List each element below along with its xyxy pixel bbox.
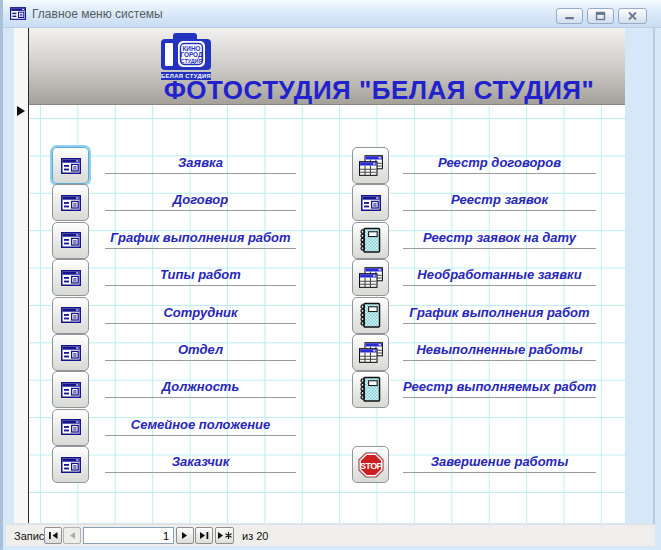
button-zavershenie-raboty[interactable] [352,446,389,483]
label-zavershenie-raboty: Завершение работы [403,453,596,473]
first-record-button[interactable] [44,527,62,544]
record-navigation-bar: Запись: из 20 [6,524,655,546]
label-semeynoe-polozhenie: Семейное положение [105,416,296,436]
button-nevypolnennye-raboty[interactable] [352,334,389,371]
restore-button[interactable] [587,8,614,24]
label-reestr-dogovorov: Реестр договоров [403,154,596,174]
window-right-edge [653,28,655,546]
window-titlebar: Главное меню системы [0,0,661,28]
form-icon [61,419,81,435]
minimize-button[interactable] [556,8,583,24]
last-record-button[interactable] [195,527,213,544]
form-icon [61,232,81,248]
window-left-edge [0,0,3,550]
window-title: Главное меню системы [32,7,163,21]
studio-logo: КИНО ГОРОД СТУДИЯ БЕЛАЯ СТУДИЯ [155,32,217,80]
label-nevypolnennye-raboty: Невыполненные работы [403,341,596,361]
button-otdel[interactable] [52,334,89,371]
button-neobrabotannye-zayavki[interactable] [352,259,389,296]
form-icon [61,345,81,361]
close-button[interactable] [618,8,647,24]
button-tipy-rabot[interactable] [52,259,89,296]
label-tipy-rabot: Типы работ [105,266,296,286]
form-icon [61,270,81,286]
new-record-button[interactable] [215,527,234,544]
form-icon [61,158,81,174]
record-count: из 20 [242,530,268,542]
datasheet-icon [359,155,383,176]
previous-record-icon [67,531,77,540]
label-neobrabotannye-zayavki: Необработанные заявки [403,266,596,286]
label-reestr-zayavok-na-datu: Реестр заявок на дату [403,229,596,249]
button-semeynoe-polozhenie[interactable] [52,409,89,446]
button-reestr-vypolnyaemyh-rabot[interactable] [352,371,389,408]
report-icon [359,227,382,254]
current-record-input[interactable] [83,527,174,544]
label-dogovor: Договор [105,191,296,211]
form-canvas: Заявка Договор График выполнения работ Т… [29,105,625,523]
datasheet-icon [359,342,383,363]
first-record-icon [48,531,59,540]
button-zakazchik[interactable] [52,446,89,483]
logo-line3: СТУДИЯ [181,58,203,64]
form-icon [61,457,81,473]
button-reestr-zayavok-na-datu[interactable] [352,222,389,259]
page-title: ФОТОСТУДИЯ "БЕЛАЯ СТУДИЯ" [137,75,621,106]
label-otdel: Отдел [105,341,296,361]
last-record-icon [199,531,210,540]
button-sotrudnik[interactable] [52,297,89,334]
record-selector-bar [14,28,29,523]
form-icon [61,195,81,211]
label-zakazchik: Заказчик [105,453,296,473]
next-record-button[interactable] [176,527,194,544]
form-icon [61,307,81,323]
form-header: КИНО ГОРОД СТУДИЯ БЕЛАЯ СТУДИЯ ФОТОСТУДИ… [29,28,625,105]
form-icon [361,195,381,211]
new-record-icon [217,531,232,540]
report-icon [359,302,382,329]
previous-record-button[interactable] [63,527,81,544]
button-grafik-vypolneniya-rabot[interactable] [52,222,89,259]
label-dolzhnost: Должность [105,378,296,398]
minimize-icon [564,12,575,21]
next-record-icon [180,531,190,540]
button-zayavka[interactable] [52,147,89,184]
button-reestr-zayavok[interactable] [352,184,389,221]
restore-icon [595,11,606,21]
stop-icon [357,451,385,479]
form-icon [61,382,81,398]
button-reestr-dogovorov[interactable] [352,147,389,184]
label-sotrudnik: Сотрудник [105,304,296,324]
label-reestr-vypolnyaemyh-rabot: Реестр выполняемых работ [403,378,596,398]
close-icon [627,11,638,21]
label-zayavka: Заявка [105,154,296,174]
datasheet-icon [359,267,383,288]
form-icon [10,7,26,20]
button-dogovor[interactable] [52,184,89,221]
record-marker-icon [16,105,26,117]
label-reestr-zayavok: Реестр заявок [403,191,596,211]
label-grafik-vypolneniya-rabot-report: График выполнения работ [403,304,596,324]
report-icon [359,376,382,403]
button-grafik-vypolneniya-rabot-report[interactable] [352,297,389,334]
label-grafik-vypolneniya-rabot: График выполнения работ [105,229,296,249]
button-dolzhnost[interactable] [52,371,89,408]
